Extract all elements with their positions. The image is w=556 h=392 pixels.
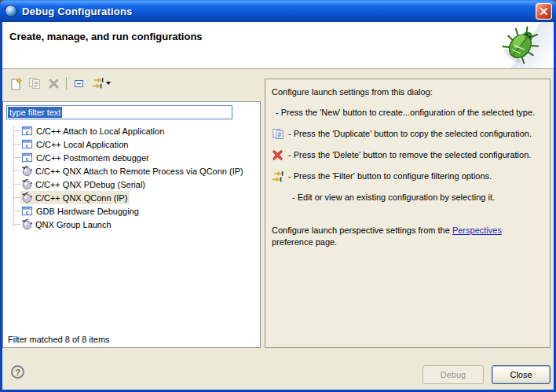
tree-item-label: GDB Hardware Debugging (36, 207, 139, 216)
tree-connector (13, 224, 20, 225)
tree-item-label: QNX Group Launch (35, 220, 112, 229)
tree-connector (13, 184, 20, 185)
filter-match-status: Filter matched 8 of 8 items (8, 335, 110, 344)
close-button[interactable]: Close (492, 365, 551, 384)
svg-text:c: c (26, 141, 29, 149)
qnx-ball-icon (21, 179, 32, 190)
help-item-text: - Press the 'New' button to create...onf… (276, 108, 535, 117)
svg-text:c: c (26, 155, 29, 163)
tree-item[interactable]: QNX Group Launch (3, 218, 259, 231)
delete-x-icon (48, 78, 60, 90)
perspective-text-after: preference page. (272, 237, 337, 247)
help-item-text: - Press the 'Delete' button to remove th… (288, 150, 531, 159)
help-items-list: - Press the 'New' button to create...onf… (272, 108, 543, 204)
duplicate-pages-icon (28, 77, 41, 90)
help-item: - Press the 'New' button to create...onf… (272, 108, 543, 119)
debug-button: Debug (422, 365, 484, 384)
filter-input[interactable]: type filter text (6, 105, 232, 119)
help-item: - Press the 'Delete' button to remove th… (272, 150, 543, 162)
tree-item-content: cC/C++ Local Application (20, 137, 130, 151)
close-icon (540, 7, 548, 16)
header-banner: Create, manage, and run configurations (2, 22, 554, 69)
help-item-text: - Press the 'Duplicate' button to copy t… (288, 129, 532, 138)
tree-item[interactable]: C/C++ QNX QConn (IP) (3, 191, 259, 204)
c-application-icon: c (21, 125, 33, 137)
help-button[interactable]: ? (11, 365, 24, 379)
perspective-settings-text: Configure launch perspective settings fr… (272, 225, 543, 248)
tree-item[interactable]: cGDB Hardware Debugging (3, 204, 259, 218)
help-item: - Press the 'Duplicate' button to copy t… (272, 129, 543, 141)
tree-connector (13, 211, 20, 211)
tree-connector (13, 130, 20, 131)
tree-item[interactable]: C/C++ QNX Attach to Remote Process via Q… (3, 164, 259, 178)
tree-item-label: C/C++ Local Application (36, 140, 128, 149)
help-item: - Edit or view an existing configuration… (272, 192, 543, 204)
launch-help-panel: Configure launch settings from this dial… (265, 79, 551, 348)
filter-button[interactable] (89, 75, 114, 92)
help-intro-text: Configure launch settings from this dial… (272, 87, 543, 97)
delete-config-button (44, 75, 63, 92)
perspectives-link[interactable]: Perspectives (452, 225, 502, 235)
svg-text:c: c (26, 128, 29, 136)
qnx-ball-icon (21, 192, 32, 203)
tree-item-content: QNX Group Launch (20, 218, 114, 231)
help-item-text: - Press the 'Filter' button to configure… (288, 171, 492, 181)
tree-item-content: C/C++ QNX Attach to Remote Process via Q… (20, 164, 246, 178)
tree-item[interactable]: cC/C++ Postmortem debugger (3, 151, 259, 164)
tree-item-label: C/C++ QNX QConn (IP) (35, 193, 127, 203)
tree-item-label: C/C++ Postmortem debugger (36, 153, 149, 163)
tree-item-label: C/C++ QNX Attach to Remote Process via Q… (35, 167, 243, 176)
tree-item-label: C/C++ QNX PDebug (Serial) (35, 180, 145, 189)
debug-bug-icon (498, 23, 543, 68)
tree-item-content: cC/C++ Attach to Local Application (20, 124, 166, 137)
help-item-text: - Edit or view an existing configuration… (292, 192, 495, 202)
tree-connector (13, 197, 20, 198)
help-question-icon: ? (15, 368, 20, 377)
svg-text:c: c (26, 208, 29, 216)
tree-item-content: C/C++ QNX PDebug (Serial) (20, 178, 148, 191)
configurations-toolbar (6, 74, 114, 93)
filter-dropdown-arrow-icon (106, 82, 111, 85)
filter-arrows-icon (92, 77, 105, 90)
tree-item[interactable]: cC/C++ Local Application (3, 137, 259, 151)
tree-connector (13, 144, 20, 145)
collapse-all-icon (73, 77, 86, 90)
dialog-body: Create, manage, and run configurations (2, 22, 554, 390)
help-item: - Press the 'Filter' button to configure… (272, 171, 543, 183)
filter-arrows-icon (272, 170, 284, 182)
c-application-icon: c (21, 138, 33, 150)
tree-connector (13, 170, 20, 171)
configurations-tree: cC/C++ Attach to Local ApplicationcC/C++… (3, 124, 259, 231)
page-title: Create, manage, and run configurations (9, 31, 203, 42)
new-document-star-icon (9, 77, 23, 90)
qnx-ball-icon (21, 166, 32, 177)
window-title: Debug Configurations (22, 5, 133, 17)
tree-connector (13, 157, 20, 158)
c-application-icon: c (21, 205, 33, 217)
duplicate-pages-icon (272, 128, 284, 140)
tree-item-label: C/C++ Attach to Local Application (36, 126, 164, 136)
tree-item-content: cGDB Hardware Debugging (20, 204, 141, 218)
tree-item-content: C/C++ QNX QConn (IP) (20, 191, 130, 204)
configurations-panel: type filter text cC/C++ Attach to Local … (2, 101, 261, 348)
title-bar[interactable]: Debug Configurations (0, 0, 556, 22)
qnx-ball-icon (21, 219, 32, 230)
duplicate-config-button (25, 75, 44, 92)
tree-item[interactable]: C/C++ QNX PDebug (Serial) (3, 178, 259, 191)
toolbar-separator (66, 77, 67, 90)
new-config-button[interactable] (6, 75, 25, 92)
delete-x-icon (272, 149, 284, 161)
tree-item[interactable]: cC/C++ Attach to Local Application (3, 124, 259, 137)
filter-input-selected-text: type filter text (8, 107, 62, 118)
window-close-button[interactable] (536, 3, 552, 20)
window-app-icon (5, 5, 17, 17)
c-application-icon: c (21, 152, 33, 163)
perspective-text-before: Configure launch perspective settings fr… (272, 225, 452, 235)
tree-item-content: cC/C++ Postmortem debugger (20, 151, 152, 164)
collapse-all-button[interactable] (70, 75, 89, 92)
debug-configurations-dialog: Debug Configurations Create, manage, and… (0, 0, 556, 392)
